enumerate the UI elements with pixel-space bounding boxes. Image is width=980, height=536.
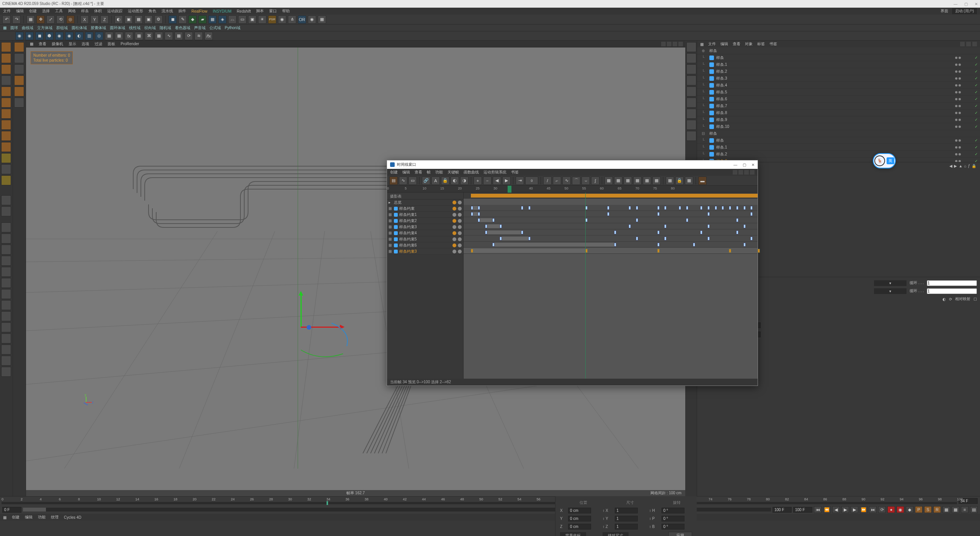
p6[interactable] xyxy=(1,278,11,288)
tlt-b5[interactable]: ▦ xyxy=(643,176,651,185)
lp-d[interactable] xyxy=(14,87,24,96)
extrude-button[interactable]: ▰ xyxy=(198,15,207,24)
select-tool[interactable]: ▦ xyxy=(26,15,35,24)
nav-up-icon[interactable]: ▲ xyxy=(959,164,962,168)
keyframe[interactable] xyxy=(679,206,681,210)
vis-render-dot[interactable] xyxy=(959,105,961,107)
tlwin-tracks[interactable] xyxy=(464,193,758,379)
ft10[interactable]: ▦ xyxy=(105,32,113,40)
enable-check-icon[interactable]: ✓ xyxy=(975,97,978,101)
vis-render-dot[interactable] xyxy=(959,91,961,93)
field-formula[interactable]: 公式域 xyxy=(209,25,221,31)
keyframe[interactable] xyxy=(750,212,753,216)
tlt-b2[interactable]: ▦ xyxy=(614,176,622,185)
clip-segment[interactable] xyxy=(492,243,614,247)
tlt-auto-icon[interactable]: A xyxy=(431,176,440,185)
tlwin-titlebar[interactable]: 时间线窗口 — ▢ ✕ xyxy=(387,160,758,169)
z-axis-toggle[interactable]: Z xyxy=(100,15,109,24)
keyframe[interactable] xyxy=(700,206,702,210)
ft2[interactable]: ◉ xyxy=(25,32,34,40)
attr-loop1-input[interactable] xyxy=(927,280,977,286)
material-area[interactable] xyxy=(0,521,980,536)
field-cylinder[interactable]: 圆柱体域 xyxy=(72,25,87,31)
next-key-button[interactable]: ⏩ xyxy=(860,506,867,513)
dope-track[interactable] xyxy=(464,235,758,242)
om-tags[interactable]: 标签 xyxy=(757,41,765,47)
vis-render-dot[interactable] xyxy=(959,160,961,162)
menu-character[interactable]: 角色 xyxy=(149,8,156,14)
tlt-link-icon[interactable]: 🔗 xyxy=(422,176,430,185)
field-cube[interactable]: 立方体域 xyxy=(37,25,52,31)
om-bookmarks[interactable]: 书签 xyxy=(769,41,777,47)
tlt-spline-icon[interactable]: ∿ xyxy=(562,176,571,185)
p9[interactable] xyxy=(1,311,11,321)
tlt-dope-icon[interactable]: ▤ xyxy=(389,176,398,185)
track-solo-icon[interactable] xyxy=(458,243,462,247)
timeline-ruler[interactable]: 0246810121416182022242628303234363840424… xyxy=(2,497,957,506)
vr5[interactable] xyxy=(686,87,696,96)
object-name[interactable]: 样条.4 xyxy=(716,83,953,88)
object-list[interactable]: ⊕样条 └ 样条 ✓ └ 样条.1 ✓ └ 样条.2 ✓ └ 样条.3 ✓ └ … xyxy=(697,47,980,162)
keyframe[interactable] xyxy=(636,218,638,222)
track-solo-icon[interactable] xyxy=(458,207,462,211)
viewport-solo-icon[interactable] xyxy=(1,142,11,152)
keyframe[interactable] xyxy=(657,230,660,234)
enable-check-icon[interactable]: ✓ xyxy=(975,62,978,67)
refresh-icon[interactable]: ⟳ xyxy=(949,297,952,301)
keyframe[interactable] xyxy=(614,243,616,247)
attr-loop2-input[interactable] xyxy=(927,288,977,294)
vis-editor-dot[interactable] xyxy=(955,70,957,73)
timeline-window[interactable]: 时间线窗口 — ▢ ✕ 创建 编辑 查看 帧 功能 关键帧 函数曲线 运动剪辑系… xyxy=(387,160,758,386)
track-mute-icon[interactable] xyxy=(452,231,456,235)
tlt-region-icon[interactable]: ▬ xyxy=(698,176,707,185)
vp-options[interactable]: 选项 xyxy=(82,41,89,47)
track-solo-icon[interactable] xyxy=(458,219,462,223)
render-view-button[interactable]: ▣ xyxy=(124,15,133,24)
tlt-step-icon[interactable]: ⌐ xyxy=(553,176,561,185)
reltime-checkbox[interactable]: ☐ xyxy=(973,297,977,301)
p13[interactable] xyxy=(1,356,11,366)
planar-icon[interactable] xyxy=(1,206,11,216)
vis-editor-dot[interactable] xyxy=(955,98,957,100)
keyframe[interactable] xyxy=(471,206,473,210)
track-mute-icon[interactable] xyxy=(452,243,456,247)
vp-panel[interactable]: 面板 xyxy=(108,41,115,47)
keyframe[interactable] xyxy=(492,218,495,222)
tl-object-name[interactable]: 样条约束3 xyxy=(399,249,451,254)
autokey-button[interactable]: ◉ xyxy=(897,506,904,513)
keyframe[interactable] xyxy=(693,243,695,247)
track-solo-icon[interactable] xyxy=(458,250,462,253)
tl-object-name[interactable]: 样条约束2 xyxy=(399,218,451,224)
layout-dropdown[interactable]: 启动 (用户) xyxy=(952,8,977,14)
mat-cycles[interactable]: Cycles 4D xyxy=(64,515,82,520)
tlt-b1[interactable]: ▦ xyxy=(604,176,613,185)
keyframe[interactable] xyxy=(657,212,660,216)
cube-primitive[interactable]: ◼ xyxy=(168,15,177,24)
ft6[interactable]: ◉ xyxy=(65,32,74,40)
ft8[interactable]: ▥ xyxy=(85,32,93,40)
rot-key-button[interactable]: R xyxy=(933,506,941,513)
p12[interactable] xyxy=(1,345,11,355)
enable-check-icon[interactable]: ✓ xyxy=(975,124,978,129)
next-frame-button[interactable]: ▶ xyxy=(851,506,858,513)
menu-pipeline[interactable]: 流水线 xyxy=(162,8,173,14)
misc-button[interactable]: ▦ xyxy=(318,15,326,24)
object-name[interactable]: 样条.9 xyxy=(716,117,953,123)
nav-fn-icon[interactable]: ƒ xyxy=(968,164,970,168)
tl-playline[interactable] xyxy=(585,193,586,379)
object-row[interactable]: └ 样条.7 ✓ xyxy=(697,103,980,109)
scale-tool[interactable]: ⤢ xyxy=(46,15,55,24)
end-frame-input-1[interactable] xyxy=(773,507,792,513)
vr4[interactable] xyxy=(686,75,696,85)
tlwin-minimize-icon[interactable]: — xyxy=(733,163,737,167)
keyframe[interactable] xyxy=(607,206,609,210)
ft12[interactable]: fx xyxy=(125,32,133,40)
scale-key-button[interactable]: S xyxy=(924,506,932,513)
tlm-bookmark[interactable]: 书签 xyxy=(511,170,519,175)
dope-track[interactable] xyxy=(464,217,758,223)
object-name[interactable]: 样条.5 xyxy=(716,90,953,95)
keyframe[interactable] xyxy=(736,218,738,222)
bend-button[interactable]: ⌓ xyxy=(228,15,237,24)
object-name[interactable]: 样条.2 xyxy=(716,152,953,157)
maximize-icon[interactable]: ▢ xyxy=(964,2,968,6)
